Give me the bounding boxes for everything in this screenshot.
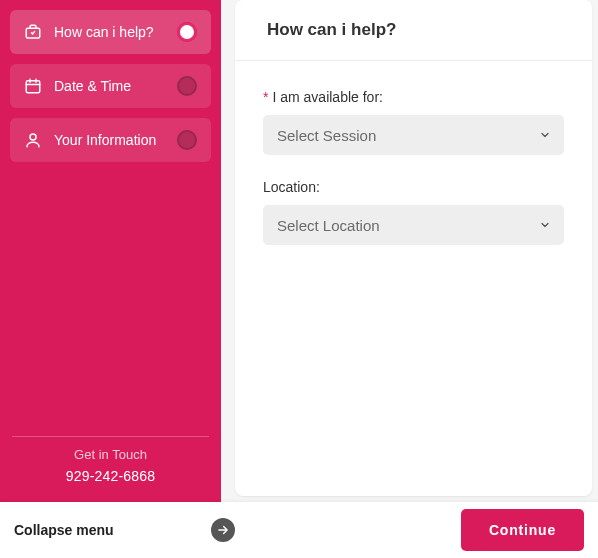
page-title: How can i help?	[267, 20, 560, 40]
step-status-icon	[177, 22, 197, 42]
collapse-label: Collapse menu	[14, 522, 114, 538]
session-select[interactable]: Select Session	[263, 115, 564, 155]
session-placeholder: Select Session	[277, 127, 376, 144]
bottom-bar: Collapse menu Continue	[0, 502, 598, 558]
main-header: How can i help?	[235, 0, 592, 61]
user-icon	[24, 131, 42, 149]
calendar-icon	[24, 77, 42, 95]
svg-point-2	[30, 134, 36, 140]
sidebar-step-how-can-i-help[interactable]: How can i help?	[10, 10, 211, 54]
arrow-right-circle-icon	[211, 518, 235, 542]
location-label: Location:	[263, 179, 564, 195]
sidebar-step-label: Date & Time	[54, 78, 165, 94]
sidebar-step-label: How can i help?	[54, 24, 165, 40]
collapse-menu[interactable]: Collapse menu	[14, 518, 235, 542]
sidebar-step-your-information[interactable]: Your Information	[10, 118, 211, 162]
briefcase-icon	[24, 23, 42, 41]
session-form-group: *I am available for: Select Session	[263, 89, 564, 155]
sidebar: How can i help? Date & Time	[0, 0, 221, 502]
contact-phone[interactable]: 929-242-6868	[10, 468, 211, 484]
location-form-group: Location: Select Location	[263, 179, 564, 245]
session-label-text: I am available for:	[272, 89, 383, 105]
contact-label: Get in Touch	[10, 447, 211, 462]
sidebar-step-label: Your Information	[54, 132, 165, 148]
chevron-down-icon	[538, 128, 552, 142]
continue-button[interactable]: Continue	[461, 509, 584, 551]
location-select[interactable]: Select Location	[263, 205, 564, 245]
sidebar-step-date-time[interactable]: Date & Time	[10, 64, 211, 108]
app-root: How can i help? Date & Time	[0, 0, 598, 558]
chevron-down-icon	[538, 218, 552, 232]
session-label: *I am available for:	[263, 89, 564, 105]
upper-layout: How can i help? Date & Time	[0, 0, 598, 502]
step-status-icon	[177, 130, 197, 150]
step-status-icon	[177, 76, 197, 96]
svg-rect-1	[26, 81, 40, 93]
required-mark: *	[263, 89, 268, 105]
location-placeholder: Select Location	[277, 217, 380, 234]
contact-block: Get in Touch 929-242-6868	[10, 447, 211, 492]
main-body: *I am available for: Select Session Loca…	[235, 61, 592, 496]
sidebar-steps: How can i help? Date & Time	[10, 10, 211, 436]
location-label-text: Location:	[263, 179, 320, 195]
sidebar-divider	[12, 436, 209, 437]
main-panel: How can i help? *I am available for: Sel…	[235, 0, 592, 496]
